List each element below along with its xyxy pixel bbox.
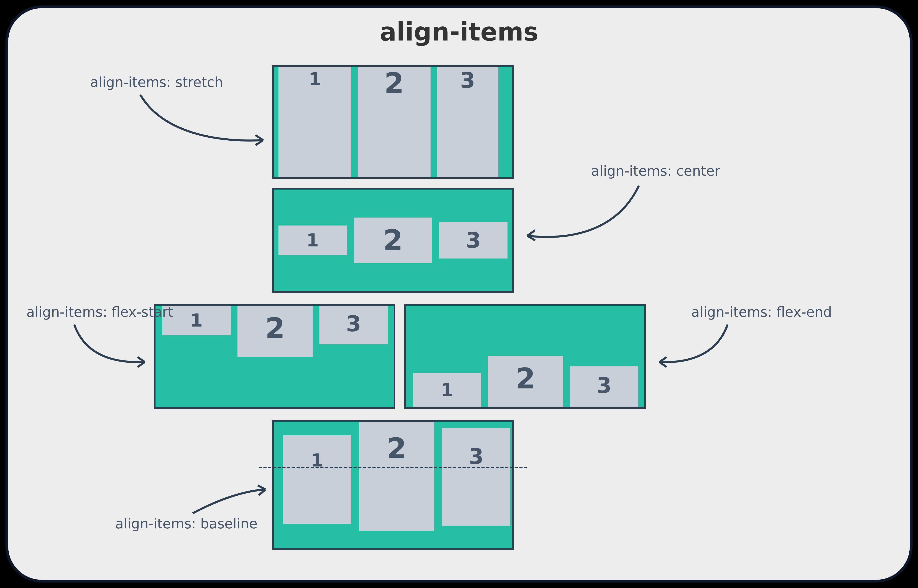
- flex-item: 2: [359, 422, 434, 531]
- label-flex-start: align-items: flex-start: [26, 304, 173, 320]
- baseline-guide-line: [259, 467, 527, 468]
- label-stretch: align-items: stretch: [90, 74, 223, 90]
- flex-item: 2: [358, 67, 431, 177]
- label-baseline: align-items: baseline: [115, 515, 257, 531]
- flex-item: 3: [439, 222, 507, 258]
- arrow-icon: [188, 481, 272, 520]
- example-baseline-container: 1 2 3: [272, 420, 514, 550]
- flex-item: 3: [442, 428, 510, 526]
- example-stretch-container: 1 2 3: [272, 65, 514, 179]
- flex-item: 1: [278, 67, 351, 177]
- arrow-icon: [136, 92, 272, 152]
- arrow-icon: [652, 322, 737, 372]
- flex-item: 3: [570, 366, 638, 407]
- flex-item: 3: [437, 67, 499, 177]
- flex-item: 2: [238, 305, 312, 357]
- example-center-container: 1 2 3: [272, 188, 514, 292]
- example-flex-start-container: 1 2 3: [154, 304, 395, 409]
- label-flex-end: align-items: flex-end: [691, 304, 832, 320]
- flex-item: 1: [283, 435, 351, 524]
- flex-item: 3: [319, 305, 388, 344]
- flex-item: 1: [278, 226, 347, 255]
- arrow-icon: [70, 322, 154, 372]
- label-center: align-items: center: [591, 163, 720, 179]
- diagram-card: align-items 1 2 3 align-items: stretch 1…: [5, 5, 913, 583]
- flex-item: 2: [354, 218, 432, 263]
- arrow-icon: [520, 183, 648, 247]
- diagram-title: align-items: [8, 17, 910, 47]
- flex-item: 2: [488, 356, 563, 407]
- flex-item: 1: [413, 373, 481, 407]
- example-flex-end-container: 1 2 3: [404, 304, 646, 409]
